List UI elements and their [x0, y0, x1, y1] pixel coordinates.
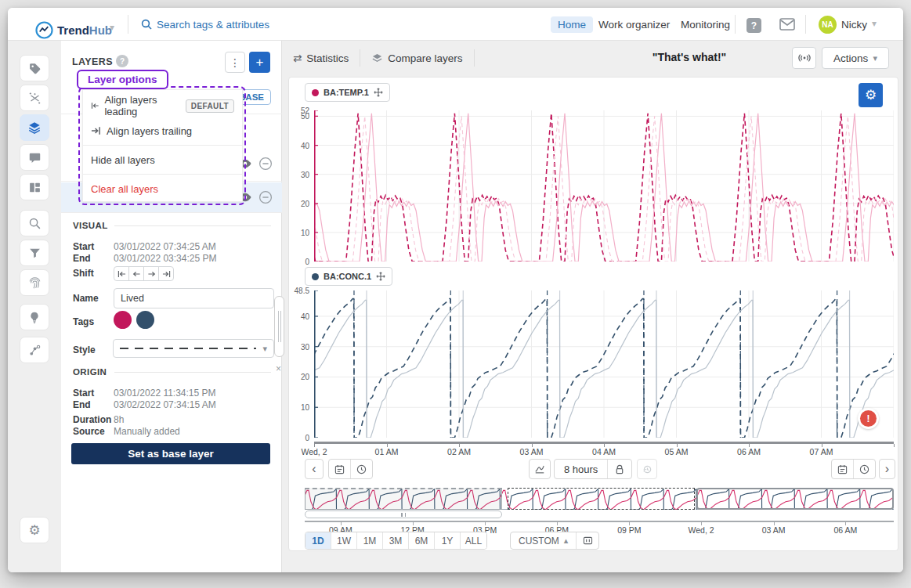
origin-start-value: 03/01/2022 11:34:15 PM	[114, 388, 216, 399]
overview-axis-label: 09 PM	[606, 525, 653, 535]
shift-far-left-button[interactable]	[114, 266, 129, 281]
clock-end-button[interactable]	[854, 460, 875, 478]
chevron-down-icon: ▾	[262, 344, 267, 354]
statistics-button[interactable]: ⇄ Statistics	[282, 52, 360, 64]
shift-left-button[interactable]	[128, 266, 144, 281]
line-style-select[interactable]: ▾	[113, 339, 274, 358]
panel-resize-handle[interactable]	[274, 296, 284, 357]
menu-item-align-trailing[interactable]: Align layers trailing	[83, 118, 242, 143]
duration-label: Duration	[73, 414, 111, 425]
temp-chart-plot[interactable]	[314, 110, 894, 262]
lock-duration-button[interactable]	[608, 460, 631, 478]
panel-close-icon[interactable]: ×	[276, 363, 281, 374]
range-button-6m[interactable]: 6M	[409, 532, 435, 549]
shift-right-button[interactable]	[143, 266, 159, 281]
overview-strip[interactable]	[305, 488, 894, 510]
graph-rail-button[interactable]	[20, 337, 49, 363]
range-button-all[interactable]: ALL	[461, 532, 486, 549]
range-button-1y[interactable]: 1Y	[435, 532, 461, 549]
divider	[83, 145, 242, 146]
history-icon	[642, 464, 653, 474]
range-button-1d[interactable]: 1D	[305, 532, 331, 549]
range-button-1w[interactable]: 1W	[331, 532, 357, 549]
range-button-3m[interactable]: 3M	[383, 532, 409, 549]
move-icon[interactable]	[376, 272, 385, 281]
layers-icon	[371, 52, 383, 64]
pan-right-button[interactable]: ›	[879, 459, 895, 479]
edit-range-button[interactable]	[529, 459, 551, 479]
fingerprint-rail-button[interactable]	[20, 269, 49, 296]
y-tick-label: 48.5	[287, 287, 309, 295]
insights-rail-button[interactable]	[20, 304, 49, 330]
conc-series-dot	[312, 273, 319, 280]
search-input[interactable]	[157, 17, 392, 31]
settings-rail-button[interactable]: ⚙	[20, 517, 49, 543]
divider	[735, 15, 736, 34]
range-button-1m[interactable]: 1M	[357, 532, 383, 549]
shift-label: Shift	[73, 268, 94, 279]
actions-button[interactable]: Actions ▾	[822, 47, 889, 69]
custom-range-button[interactable]: CUSTOM ▴	[511, 532, 576, 549]
trendhub-logo-icon	[35, 21, 53, 39]
menu-item-clear-all[interactable]: Clear all layers	[83, 176, 242, 201]
compare-layers-label: Compare layers	[388, 52, 462, 64]
time-axis-label: 03 AM	[508, 447, 555, 456]
calendar-end-button[interactable]	[832, 460, 853, 478]
chart-settings-button[interactable]: ⚙	[859, 83, 883, 107]
formulas-rail-button[interactable]	[20, 85, 49, 111]
actions-label: Actions	[833, 52, 868, 64]
overview-region-comparison[interactable]	[508, 488, 695, 510]
duration-value: 8 hours	[564, 464, 598, 475]
comments-rail-button[interactable]	[20, 144, 49, 171]
alert-badge[interactable]: !	[858, 408, 879, 429]
help-icon[interactable]: ?	[747, 18, 761, 33]
tags-rail-button[interactable]	[20, 55, 49, 81]
layers-help-icon[interactable]: ?	[116, 55, 128, 67]
custom-range-picker-button[interactable]	[577, 532, 598, 549]
set-as-base-layer-button[interactable]: Set as base layer	[71, 443, 270, 464]
layers-rail-button[interactable]	[20, 114, 49, 141]
menu-item-align-leading[interactable]: Align layers leading DEFAULT	[83, 93, 242, 118]
dashed-line-preview	[120, 348, 256, 349]
tag-color-navy[interactable]	[136, 311, 154, 329]
mail-icon[interactable]	[779, 18, 795, 31]
time-axis-label: 02 AM	[436, 447, 483, 456]
remove-layer-icon[interactable]	[258, 190, 273, 204]
trend-edit-icon	[534, 464, 545, 474]
nav-link-monitoring[interactable]: Monitoring	[674, 16, 737, 33]
user-name[interactable]: Nicky	[841, 19, 867, 31]
series-chip-temp[interactable]: BA:TEMP.1	[305, 83, 390, 102]
layer-options-button[interactable]: ⋮	[225, 52, 245, 73]
history-button[interactable]	[637, 459, 657, 479]
shift-far-right-button[interactable]	[158, 266, 174, 281]
left-icon-rail: ⚙	[8, 41, 61, 572]
user-chevron-down-icon[interactable]: ▾	[872, 18, 877, 29]
conc-chart-plot[interactable]	[314, 290, 894, 438]
layer-options-menu: Align layers leading DEFAULT Align layer…	[82, 89, 243, 202]
compare-layers-button[interactable]: Compare layers	[360, 52, 473, 64]
overview-region-past[interactable]	[305, 488, 502, 510]
dashboard-rail-button[interactable]	[20, 174, 49, 200]
y-tick-label: 10	[287, 229, 309, 237]
live-broadcast-button[interactable]	[792, 47, 816, 69]
remove-layer-icon[interactable]	[258, 157, 273, 171]
add-layer-button[interactable]: +	[249, 52, 270, 73]
nav-link-work-organizer[interactable]: Work organizer	[591, 16, 677, 33]
nav-link-home[interactable]: Home	[551, 16, 593, 33]
calendar-start-button[interactable]	[329, 460, 350, 478]
search-rail-button[interactable]	[20, 210, 49, 236]
duration-display[interactable]: 8 hours	[555, 460, 607, 478]
layer-name-input[interactable]	[114, 288, 274, 308]
tag-color-crimson[interactable]	[114, 311, 132, 329]
menu-item-hide-all[interactable]: Hide all layers	[83, 147, 242, 172]
brand-chevron-down-icon[interactable]: ▾	[110, 22, 114, 33]
overview-scrollbar[interactable]	[305, 510, 502, 518]
pan-left-button[interactable]: ‹	[305, 459, 324, 479]
filter-rail-button[interactable]	[20, 240, 49, 266]
overview-region-visible[interactable]	[696, 488, 894, 510]
avatar[interactable]: NA	[819, 16, 837, 34]
move-icon[interactable]	[374, 88, 383, 97]
series-chip-conc[interactable]: BA:CONC.1	[305, 267, 392, 286]
time-range-buttons: 1D1W1M3M6M1YALL	[305, 532, 487, 550]
clock-start-button[interactable]	[351, 460, 372, 478]
